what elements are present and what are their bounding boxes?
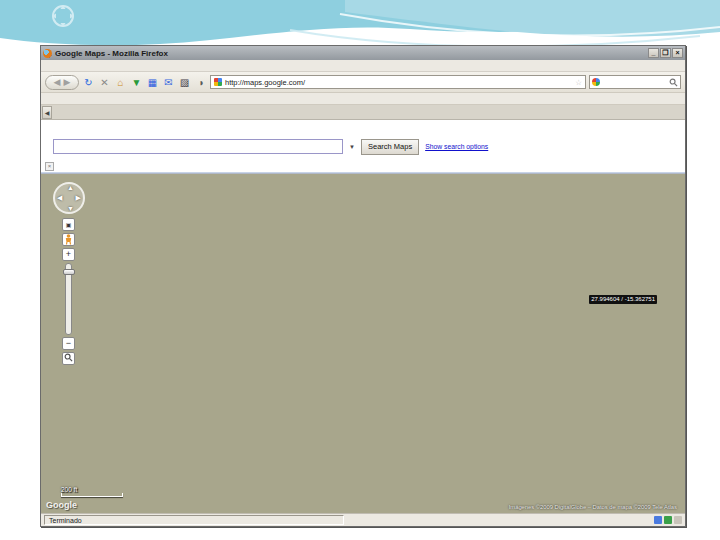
web-search-input[interactable] <box>589 75 681 89</box>
maps-search-input[interactable] <box>53 139 343 154</box>
show-search-options-link[interactable]: Show search options <box>425 143 488 150</box>
forward-icon[interactable]: ▶ <box>64 77 71 87</box>
street-view-pegman[interactable] <box>62 233 75 246</box>
back-forward-buttons[interactable]: ◀▶ <box>45 75 79 90</box>
search-engine-icon[interactable] <box>592 78 600 86</box>
navigation-toolbar: ◀▶ ↻ ✕ ⌂ ▼ ▦ ✉ ▨ ◑ http://maps.google.co… <box>41 72 685 93</box>
status-bar: Terminado <box>41 513 685 526</box>
title-bar[interactable]: Google Maps - Mozilla Firefox _ ❐ × <box>41 46 685 60</box>
maximize-button[interactable]: ❐ <box>660 48 671 58</box>
search-history-dropdown-icon[interactable]: ▼ <box>349 144 355 150</box>
search-maps-button[interactable]: Search Maps <box>361 139 419 155</box>
status-addon-icon-1[interactable] <box>654 516 662 524</box>
overview-toggle-button[interactable]: ▣ <box>62 218 75 231</box>
window-extension-icon[interactable]: ▦ <box>146 76 159 89</box>
bookmark-star-icon[interactable]: ☆ <box>575 78 582 87</box>
pan-left-icon[interactable]: ◀ <box>57 194 62 202</box>
magnify-area-button[interactable] <box>62 352 75 365</box>
map-copyright: Imágenes ©2009 DigitalGlobe – Datos de m… <box>509 504 677 510</box>
coordinates-label: 27.994604 / -15.362751 <box>589 295 657 304</box>
map-zoom-control: ▣ + − <box>61 218 76 365</box>
close-button[interactable]: × <box>672 48 683 58</box>
tab-strip: ◀ <box>41 105 685 120</box>
browser-window: Google Maps - Mozilla Firefox _ ❐ × ◀▶ ↻… <box>40 45 686 527</box>
close-panel-icon[interactable]: × <box>45 162 54 171</box>
search-row: ▼ Search Maps Show search options <box>41 133 685 160</box>
resize-grip-icon[interactable] <box>674 516 682 524</box>
download-extension-icon[interactable]: ▼ <box>130 76 143 89</box>
window-title: Google Maps - Mozilla Firefox <box>55 49 168 58</box>
bookmarks-toolbar <box>41 93 685 105</box>
pan-down-icon[interactable]: ▼ <box>67 205 74 212</box>
map-scale-bar: 200 ft <box>61 486 123 497</box>
menu-bar <box>41 60 685 72</box>
google-services-nav <box>41 120 685 133</box>
map-canvas[interactable]: ▲ ▼ ◀ ▶ ▣ + − 27.994604 <box>41 173 685 513</box>
mail-extension-icon[interactable]: ✉ <box>162 76 175 89</box>
pan-right-icon[interactable]: ▶ <box>76 194 81 202</box>
zoom-in-button[interactable]: + <box>62 248 75 261</box>
colorzilla-icon[interactable]: ◑ <box>194 76 207 89</box>
page-favicon <box>214 78 222 86</box>
slide-compass-decoration <box>50 3 76 29</box>
back-icon[interactable]: ◀ <box>54 77 61 87</box>
url-bar[interactable]: http://maps.google.com/ ☆ <box>210 75 586 89</box>
zoom-slider-handle[interactable] <box>63 269 75 275</box>
scale-label: 200 ft <box>61 486 77 493</box>
google-maps-page: ▼ Search Maps Show search options × ▲ ▼ … <box>41 120 685 526</box>
home-icon[interactable]: ⌂ <box>114 76 127 89</box>
reload-icon[interactable]: ↻ <box>82 76 95 89</box>
magnifier-icon[interactable] <box>669 78 678 87</box>
minimize-button[interactable]: _ <box>648 48 659 58</box>
map-toolbar-row: × <box>41 160 685 173</box>
url-text[interactable]: http://maps.google.com/ <box>225 78 572 87</box>
pan-up-icon[interactable]: ▲ <box>67 184 74 191</box>
status-addon-icon-2[interactable] <box>664 516 672 524</box>
tab-scroll-left-icon[interactable]: ◀ <box>42 106 52 119</box>
google-watermark: Google <box>46 500 77 510</box>
image-extension-icon[interactable]: ▨ <box>178 76 191 89</box>
zoom-slider[interactable] <box>65 263 72 335</box>
presentation-slide: Google Maps - Mozilla Firefox _ ❐ × ◀▶ ↻… <box>0 0 720 540</box>
stop-icon[interactable]: ✕ <box>98 76 111 89</box>
firefox-icon <box>43 49 52 58</box>
zoom-out-button[interactable]: − <box>62 337 75 350</box>
map-pan-control[interactable]: ▲ ▼ ◀ ▶ <box>53 182 85 214</box>
status-text: Terminado <box>44 515 344 525</box>
